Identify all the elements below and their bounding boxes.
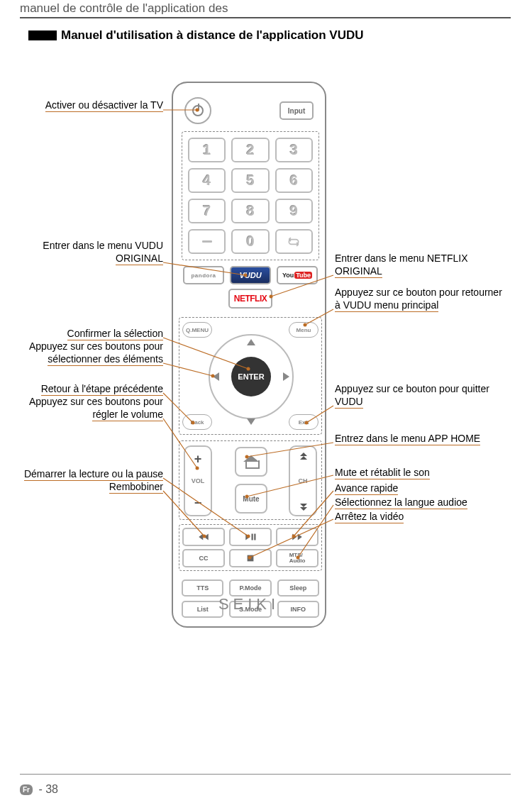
recall-icon: [287, 235, 301, 248]
footer-rule: [20, 774, 511, 775]
channel-rocker[interactable]: CH: [289, 445, 317, 516]
ch-label: CH: [299, 477, 308, 484]
page-footer: Fr - 38: [20, 783, 58, 796]
callout-netflix-line2: ORIGINAL: [335, 265, 526, 277]
num-6[interactable]: 6: [275, 168, 313, 193]
vol-plus-icon: +: [194, 453, 202, 465]
callout-mute: Mute et rétablit le son: [335, 467, 526, 478]
callout-menu-line1: Appuyez sur ce bouton pour retourner: [335, 287, 526, 298]
vudu-button[interactable]: VUDU: [230, 266, 271, 284]
num-0[interactable]: 0: [231, 229, 269, 254]
home-button[interactable]: [235, 447, 267, 477]
num-7[interactable]: 7: [188, 199, 226, 223]
callout-vudu-line2: ORIGINAL: [0, 253, 163, 264]
fast-forward-button[interactable]: [276, 528, 318, 546]
section-title-row: Manuel d'utilisation à distance de l'app…: [28, 28, 364, 43]
tts-button[interactable]: TTS: [182, 579, 223, 597]
stop-button[interactable]: [229, 549, 272, 567]
pandora-button[interactable]: pandora: [183, 266, 224, 284]
numpad-group: 1 2 3 4 5 6 7 8 9 0: [182, 131, 319, 260]
section-title: Manuel d'utilisation à distance de l'app…: [61, 28, 364, 43]
dpad: ENTER: [209, 323, 294, 430]
vol-label: VOL: [192, 477, 205, 484]
num-1[interactable]: 1: [188, 138, 226, 162]
callout-vudu-line1: Entrer dans le menu VUDU: [0, 240, 163, 251]
dpad-right-icon[interactable]: [283, 372, 289, 381]
callout-select-line2: sélectionner des éléments: [0, 353, 163, 365]
callout-back: Retour à l'étape précédente: [0, 383, 163, 394]
fast-forward-icon: [291, 532, 304, 542]
callout-stop: Arrêtez la vidéo: [335, 511, 526, 522]
page-number: 38: [45, 783, 58, 796]
page-dash: -: [35, 783, 45, 796]
callout-select-line1: Appuyez sur ces boutons pour: [0, 340, 163, 352]
qmenu-button[interactable]: Q.MENU: [182, 322, 212, 338]
callout-playpause: Démarrer la lecture ou la pause: [0, 468, 163, 479]
pmode-button[interactable]: P.Mode: [229, 579, 271, 597]
lang-badge: Fr: [20, 784, 33, 795]
callout-confirm: Confirmer la sélection: [0, 328, 163, 339]
enter-button[interactable]: ENTER: [231, 357, 271, 396]
ch-down-icon: [298, 504, 308, 509]
dpad-down-icon[interactable]: [247, 418, 255, 425]
callout-power: Activer ou désactiver la TV: [0, 99, 163, 111]
callout-ff: Avance rapide: [335, 482, 526, 494]
callout-rewind: Rembobiner: [0, 481, 163, 492]
play-pause-icon: [244, 532, 257, 542]
num-3[interactable]: 3: [275, 138, 313, 162]
playback-group: CC MTS/ Audio: [179, 524, 322, 571]
youtube-button[interactable]: [277, 266, 318, 284]
extra-row-1: TTS P.Mode Sleep: [182, 579, 319, 597]
netflix-button[interactable]: NETFLIX: [228, 289, 272, 309]
power-button[interactable]: [184, 97, 211, 124]
section-title-bar: [28, 30, 57, 40]
home-icon: [245, 456, 257, 467]
callout-exit-line2: VUDU: [335, 396, 526, 407]
callout-audio: Sélectionnez la langue audioe: [335, 496, 526, 508]
num-5[interactable]: 5: [231, 168, 269, 193]
callout-home: Entrez dans le menu APP HOME: [335, 433, 526, 444]
num-recall[interactable]: [275, 229, 313, 254]
remote-body: Input 1 2 3 4 5 6 7 8 9 0 pandora VUDU N: [172, 82, 326, 628]
cc-button[interactable]: CC: [182, 549, 225, 567]
callout-netflix-line1: Entrer dans le menu NETFLIX: [335, 253, 526, 264]
sleep-button[interactable]: Sleep: [277, 579, 319, 597]
mute-button[interactable]: Mute: [235, 484, 267, 514]
num-4[interactable]: 4: [188, 168, 226, 193]
ch-up-icon: [298, 453, 308, 458]
brand-label: SEIKI: [173, 595, 325, 614]
power-icon: [192, 105, 204, 116]
num-2[interactable]: 2: [231, 138, 269, 162]
num-8[interactable]: 8: [231, 199, 269, 223]
app-row: pandora VUDU: [183, 266, 318, 284]
callout-vol-line2: régler le volume: [0, 409, 163, 420]
mts-audio-button[interactable]: MTS/ Audio: [276, 549, 318, 567]
callout-menu-line2: à VUDU menu principal: [335, 299, 526, 311]
dpad-up-icon[interactable]: [247, 339, 255, 345]
vol-minus-icon: −: [194, 496, 202, 509]
stop-icon: [244, 553, 257, 563]
num-dash[interactable]: [188, 229, 226, 254]
volume-rocker[interactable]: + VOL −: [184, 445, 212, 516]
svg-rect-1: [254, 534, 255, 540]
callout-vol-line1: Appuyez sur ces boutons pour: [0, 396, 163, 407]
page-header: manuel de contrôle de l'application des: [20, 1, 228, 16]
mid-group: + VOL − Mute CH: [179, 440, 322, 520]
svg-rect-2: [248, 555, 254, 562]
back-button[interactable]: Back: [182, 414, 212, 430]
input-button[interactable]: Input: [279, 101, 314, 120]
nav-group: Q.MENU Menu Back Exit ENTER: [179, 317, 322, 435]
svg-rect-0: [252, 534, 253, 540]
play-pause-button[interactable]: [229, 528, 272, 546]
header-rule: [20, 17, 511, 18]
callout-exit-line1: Appuyez sur ce bouton pour quitter: [335, 383, 526, 394]
num-9[interactable]: 9: [275, 199, 313, 223]
rewind-icon: [197, 532, 210, 542]
rewind-button[interactable]: [182, 528, 225, 546]
dpad-left-icon[interactable]: [213, 372, 219, 381]
